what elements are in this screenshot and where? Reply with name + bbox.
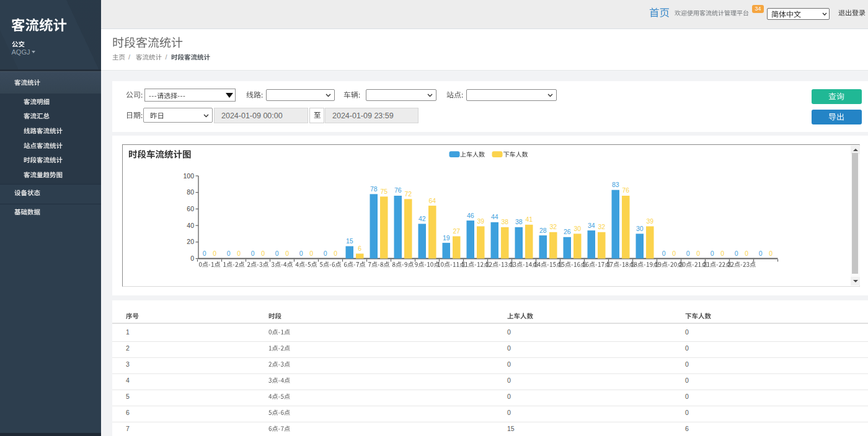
svg-text:40: 40 [187, 222, 194, 229]
svg-text:28: 28 [539, 227, 547, 234]
svg-text:83: 83 [612, 181, 619, 188]
svg-text:0: 0 [686, 250, 690, 257]
svg-text:32: 32 [549, 223, 557, 230]
svg-text:0: 0 [275, 250, 279, 257]
svg-text:0: 0 [696, 250, 700, 257]
svg-text:26: 26 [564, 228, 571, 235]
svg-text:0: 0 [227, 250, 231, 257]
svg-text:27: 27 [453, 227, 460, 235]
svg-text:0: 0 [261, 250, 265, 257]
svg-text:0: 0 [309, 250, 313, 257]
svg-text:64: 64 [428, 197, 436, 204]
svg-text:0: 0 [299, 250, 303, 257]
svg-text:0: 0 [334, 250, 337, 257]
svg-text:76: 76 [622, 186, 629, 194]
svg-text:0: 0 [759, 250, 763, 257]
svg-text:6: 6 [358, 245, 361, 252]
svg-text:0: 0 [662, 250, 666, 257]
svg-text:0: 0 [190, 255, 194, 262]
svg-text:42: 42 [418, 215, 426, 222]
svg-text:34: 34 [588, 222, 595, 229]
svg-text:41: 41 [525, 216, 533, 223]
svg-text:0: 0 [720, 250, 724, 257]
svg-text:38: 38 [515, 218, 523, 225]
svg-text:76: 76 [394, 186, 402, 194]
svg-text:39: 39 [477, 217, 484, 225]
svg-text:0: 0 [213, 250, 216, 257]
svg-text:75: 75 [380, 188, 388, 195]
svg-text:46: 46 [467, 212, 474, 219]
svg-text:100: 100 [183, 172, 194, 180]
svg-text:0: 0 [251, 250, 255, 257]
svg-text:15: 15 [346, 237, 353, 245]
svg-text:0: 0 [745, 250, 748, 257]
svg-text:72: 72 [404, 190, 412, 198]
svg-text:0: 0 [769, 250, 773, 257]
svg-text:19: 19 [443, 234, 450, 242]
svg-text:44: 44 [491, 213, 498, 220]
svg-text:38: 38 [501, 218, 508, 225]
svg-text:30: 30 [574, 225, 581, 232]
svg-text:78: 78 [370, 185, 378, 193]
svg-text:0: 0 [203, 250, 206, 257]
svg-text:20: 20 [187, 238, 194, 245]
svg-text:0: 0 [735, 250, 738, 257]
svg-text:30: 30 [636, 225, 644, 232]
svg-text:0: 0 [237, 250, 241, 257]
svg-text:32: 32 [598, 223, 605, 230]
svg-text:60: 60 [187, 205, 194, 212]
svg-text:0: 0 [285, 250, 289, 257]
svg-text:80: 80 [187, 188, 194, 196]
svg-text:39: 39 [646, 217, 653, 225]
svg-text:0: 0 [711, 250, 714, 257]
svg-text:0: 0 [324, 250, 327, 257]
svg-text:0: 0 [672, 250, 676, 257]
